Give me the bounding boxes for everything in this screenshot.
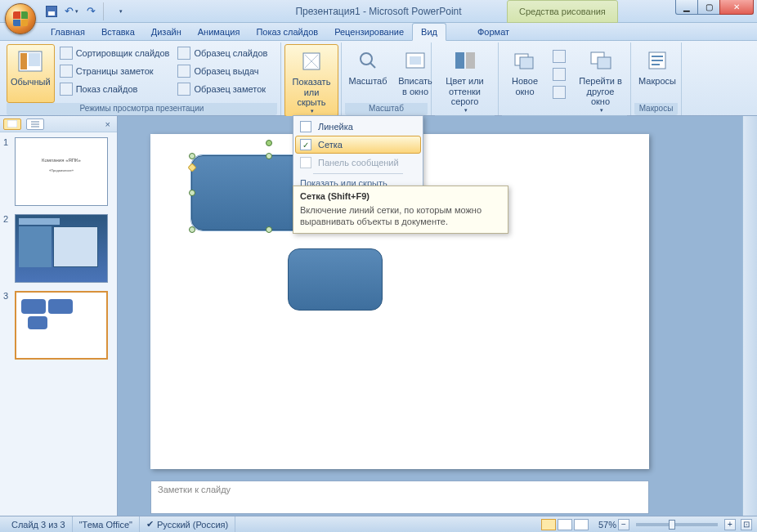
slideshow-icon	[60, 83, 73, 96]
svg-rect-8	[455, 52, 464, 69]
handout-master-icon	[177, 65, 190, 78]
close-button[interactable]: ✕	[719, 0, 754, 15]
svg-rect-11	[520, 57, 533, 69]
checkbox-icon	[300, 157, 311, 168]
tooltip: Сетка (Shift+F9) Включение линий сетки, …	[293, 186, 508, 234]
zoom-thumb[interactable]	[669, 520, 675, 530]
status-bar: Слайд 3 из 3 "Тема Office" ✔Русский (Рос…	[0, 516, 757, 532]
shape-2[interactable]	[288, 248, 383, 311]
tab-anim[interactable]: Анимация	[190, 23, 249, 40]
slide-master-button[interactable]: Образец слайдов	[174, 44, 271, 62]
move-split-button[interactable]	[549, 83, 572, 101]
tab-design[interactable]: Дизайн	[143, 23, 190, 40]
ribbon: Обычный Сортировщик слайдов Страницы зам…	[0, 41, 757, 116]
zoom-group-label: Масштаб	[345, 103, 428, 115]
fit-to-window-button[interactable]: ⊡	[741, 519, 752, 530]
zoom-slider[interactable]	[636, 523, 718, 526]
thumb-row-3[interactable]: 3	[3, 291, 114, 360]
redo-button[interactable]: ↷	[82, 2, 100, 20]
new-window-button[interactable]: Новое окно	[502, 44, 548, 115]
status-zoom-value[interactable]: 57%	[598, 520, 616, 530]
title-bar: ↶▾ ↷ ▾ Презентация1 - Microsoft PowerPoi…	[0, 0, 757, 23]
svg-line-5	[370, 63, 375, 68]
handout-master-button[interactable]: Образец выдач	[174, 62, 271, 80]
undo-button[interactable]: ↶▾	[62, 2, 80, 20]
macros-button[interactable]: Макросы	[634, 44, 680, 103]
slide-master-icon	[177, 47, 190, 60]
status-slide[interactable]: Слайд 3 из 3	[5, 516, 73, 532]
checkbox-checked-icon: ✓	[300, 139, 311, 150]
rotate-handle[interactable]	[266, 140, 272, 146]
macros-icon	[644, 47, 670, 74]
svg-rect-15	[652, 56, 663, 57]
arrange-all-button[interactable]	[549, 47, 572, 65]
checkbox-icon	[300, 121, 311, 132]
svg-rect-13	[598, 57, 611, 69]
sorter-icon	[60, 47, 73, 60]
slide-thumb-1[interactable]: Компания «ЯПК»«Продвижение»	[15, 137, 108, 206]
svg-rect-9	[466, 52, 475, 69]
tab-format[interactable]: Формат	[469, 23, 517, 40]
quick-access-toolbar: ↶▾ ↷ ▾	[43, 2, 129, 20]
dropdown-ruler[interactable]: Линейка	[295, 118, 421, 136]
showhide-dropdown: Линейка ✓Сетка Панель сообщений Показать…	[293, 115, 423, 193]
new-window-icon	[512, 47, 538, 74]
tab-show[interactable]: Показ слайдов	[248, 23, 326, 40]
zoom-in-button[interactable]: +	[724, 519, 736, 530]
tab-home[interactable]: Главная	[43, 23, 93, 40]
status-slideshow-view[interactable]	[574, 519, 589, 530]
thumb-row-2[interactable]: 2	[3, 214, 114, 283]
svg-rect-18	[7, 120, 17, 127]
notes-pane[interactable]: Заметки к слайду	[150, 481, 649, 514]
tab-review[interactable]: Рецензирование	[326, 23, 412, 40]
zoom-button[interactable]: Масштаб	[345, 44, 391, 103]
normal-view-button[interactable]: Обычный	[7, 44, 55, 103]
dropdown-grid[interactable]: ✓Сетка	[295, 136, 421, 154]
svg-point-4	[361, 53, 372, 65]
qat-customize[interactable]: ▾	[111, 2, 129, 20]
color-grayscale-button[interactable]: Цвет или оттенки серого▾	[435, 44, 495, 115]
tab-insert[interactable]: Вставка	[93, 23, 143, 40]
svg-rect-16	[652, 60, 663, 61]
contextual-tab-label: Средства рисования	[507, 0, 618, 23]
maximize-button[interactable]: ▢	[697, 0, 720, 15]
slide-editor[interactable]: Заметки к слайду	[118, 116, 757, 516]
notes-page-button[interactable]: Страницы заметок	[56, 62, 173, 80]
ribbon-tabs: Главная Вставка Дизайн Анимация Показ сл…	[0, 23, 757, 41]
minimize-button[interactable]: ▁	[675, 0, 698, 15]
slideshow-button[interactable]: Показ слайдов	[56, 80, 173, 98]
svg-rect-7	[410, 56, 421, 65]
switch-window-button[interactable]: Перейти в другое окно▾	[574, 44, 627, 115]
status-theme[interactable]: "Тема Office"	[73, 516, 140, 532]
status-normal-view[interactable]	[541, 519, 556, 530]
svg-rect-1	[20, 53, 27, 69]
status-sorter-view[interactable]	[558, 519, 572, 530]
notes-master-icon	[177, 83, 190, 96]
switch-window-icon	[588, 47, 614, 74]
slide-thumb-3[interactable]	[15, 291, 108, 360]
status-lang[interactable]: ✔Русский (Россия)	[140, 516, 235, 532]
zoom-out-button[interactable]: −	[618, 519, 629, 530]
tab-view[interactable]: Вид	[412, 23, 446, 41]
slides-tab[interactable]	[3, 118, 21, 130]
slide-thumb-2[interactable]	[15, 214, 108, 283]
dropdown-msgpane: Панель сообщений	[295, 154, 421, 172]
save-button[interactable]	[43, 2, 60, 20]
color-icon	[452, 47, 478, 74]
spellcheck-icon: ✔	[146, 519, 154, 530]
office-button[interactable]	[5, 3, 36, 34]
slides-pane: × 1 Компания «ЯПК»«Продвижение» 2 3	[0, 116, 118, 516]
pane-close-button[interactable]: ×	[102, 119, 114, 129]
showhide-button[interactable]: Показать или скрыть▾	[284, 44, 338, 117]
views-group-label: Режимы просмотра презентации	[7, 103, 277, 115]
svg-rect-17	[652, 64, 660, 65]
cascade-button[interactable]	[549, 65, 572, 83]
notes-master-button[interactable]: Образец заметок	[174, 80, 271, 98]
thumb-row-1[interactable]: 1 Компания «ЯПК»«Продвижение»	[3, 137, 114, 206]
svg-rect-2	[29, 53, 40, 66]
notes-page-icon	[60, 65, 73, 78]
vertical-scrollbar[interactable]	[742, 116, 757, 516]
tooltip-title: Сетка (Shift+F9)	[300, 191, 501, 201]
slide-sorter-button[interactable]: Сортировщик слайдов	[56, 44, 173, 62]
outline-tab[interactable]	[26, 118, 44, 130]
